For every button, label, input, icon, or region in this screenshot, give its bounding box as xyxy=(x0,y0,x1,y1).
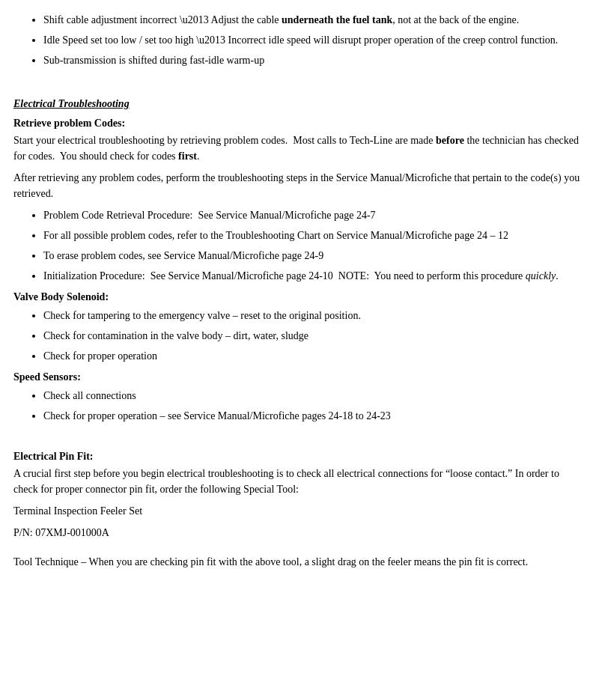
valve-body-solenoid-heading: Valve Body Solenoid: xyxy=(13,291,586,303)
list-item: Check for proper operation – see Service… xyxy=(43,408,586,424)
bullet-text: Check for contamination in the valve bod… xyxy=(43,330,308,341)
speed-bullet-list: Check all connections Check for proper o… xyxy=(13,388,586,424)
bullet-text: Check for proper operation – see Service… xyxy=(43,410,391,421)
list-item: Idle Speed set too low / set too high \u… xyxy=(43,32,586,48)
tool-line-2: P/N: 07XMJ-001000A xyxy=(13,525,586,541)
bullet-text: For all possible problem codes, refer to… xyxy=(43,230,508,241)
tool-technique: Tool Technique – When you are checking p… xyxy=(13,554,586,570)
intro-bullet-list: Shift cable adjustment incorrect \u2013 … xyxy=(13,12,586,68)
list-item: Initialization Procedure: See Service Ma… xyxy=(43,268,586,284)
bullet-text: Check for tampering to the emergency val… xyxy=(43,310,361,321)
tool-line-1: Terminal Inspection Feeler Set xyxy=(13,503,586,519)
bullet-text: Check all connections xyxy=(43,390,136,401)
bullet-text: Sub-transmission is shifted during fast-… xyxy=(43,55,264,66)
list-item: Shift cable adjustment incorrect \u2013 … xyxy=(43,12,586,28)
bullet-text: To erase problem codes, see Service Manu… xyxy=(43,250,323,261)
list-item: Check for contamination in the valve bod… xyxy=(43,328,586,344)
valve-bullet-list: Check for tampering to the emergency val… xyxy=(13,308,586,364)
bullet-text: Problem Code Retrieval Procedure: See Se… xyxy=(43,210,376,221)
speed-sensors-heading: Speed Sensors: xyxy=(13,371,586,383)
list-item: For all possible problem codes, refer to… xyxy=(43,228,586,243)
retrieve-bullet-list: Problem Code Retrieval Procedure: See Se… xyxy=(13,207,586,284)
bullet-text: Initialization Procedure: See Service Ma… xyxy=(43,270,559,281)
list-item: Check for proper operation xyxy=(43,348,586,364)
list-item: Sub-transmission is shifted during fast-… xyxy=(43,52,586,68)
electrical-pin-fit-heading: Electrical Pin Fit: xyxy=(13,451,586,463)
list-item: Check all connections xyxy=(43,388,586,404)
bullet-text: Check for proper operation xyxy=(43,350,157,362)
list-item: Check for tampering to the emergency val… xyxy=(43,308,586,323)
list-item: To erase problem codes, see Service Manu… xyxy=(43,248,586,264)
retrieve-paragraph-1: Start your electrical troubleshooting by… xyxy=(13,133,586,164)
retrieve-paragraph-2: After retrieving any problem codes, perf… xyxy=(13,170,586,201)
pin-paragraph-1: A crucial first step before you begin el… xyxy=(13,466,586,497)
bullet-text: Idle Speed set too low / set too high \u… xyxy=(43,34,558,46)
retrieve-problem-codes-heading: Retrieve problem Codes: xyxy=(13,118,586,130)
electrical-troubleshooting-heading: Electrical Troubleshooting xyxy=(13,98,586,110)
bullet-text: Shift cable adjustment incorrect \u2013 … xyxy=(43,14,519,25)
list-item: Problem Code Retrieval Procedure: See Se… xyxy=(43,207,586,223)
